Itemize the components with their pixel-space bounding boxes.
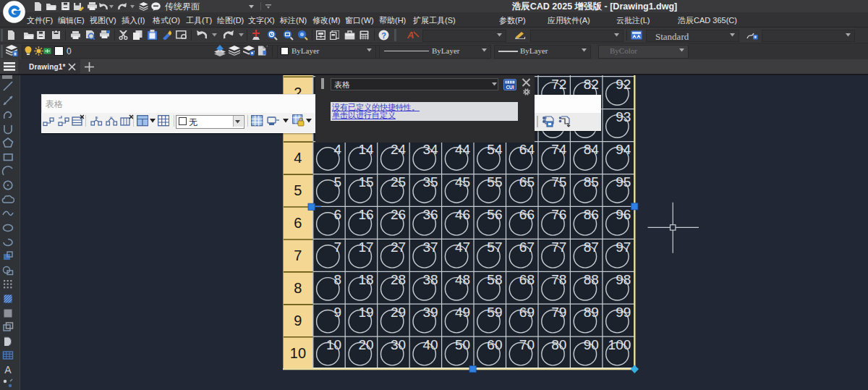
- svg-text:28: 28: [391, 272, 406, 287]
- svg-text:u: u: [110, 115, 112, 119]
- svg-text:15: 15: [359, 174, 374, 190]
- svg-text:97: 97: [616, 239, 631, 255]
- svg-text:6: 6: [294, 215, 302, 231]
- svg-text:19: 19: [359, 305, 374, 320]
- svg-text:’: ’: [267, 45, 268, 50]
- svg-text:?: ?: [381, 31, 386, 40]
- svg-text:55: 55: [487, 174, 502, 190]
- svg-text:24: 24: [391, 142, 407, 157]
- svg-text:77: 77: [551, 239, 566, 255]
- svg-text:38: 38: [422, 272, 438, 287]
- svg-text:64: 64: [519, 142, 535, 157]
- svg-text:5: 5: [334, 174, 342, 190]
- svg-text:45: 45: [455, 174, 470, 190]
- svg-text:58: 58: [487, 272, 502, 287]
- svg-text:35: 35: [422, 174, 438, 190]
- svg-text:96: 96: [616, 207, 631, 222]
- svg-text:75: 75: [551, 174, 566, 190]
- svg-text:47: 47: [455, 239, 470, 255]
- svg-text:u: u: [95, 115, 98, 119]
- svg-text:4: 4: [294, 150, 302, 166]
- svg-text:60: 60: [487, 337, 502, 352]
- svg-text:A: A: [4, 364, 12, 376]
- svg-text:88: 88: [584, 272, 599, 287]
- svg-text:8: 8: [334, 272, 342, 287]
- svg-text:25: 25: [391, 174, 406, 190]
- svg-text:85: 85: [584, 174, 599, 190]
- svg-text:95: 95: [616, 174, 631, 190]
- svg-text:90: 90: [584, 337, 599, 352]
- svg-text:16: 16: [359, 207, 374, 222]
- svg-text:5: 5: [294, 182, 302, 198]
- svg-text:68: 68: [519, 272, 535, 287]
- svg-text:67: 67: [519, 239, 535, 255]
- svg-text:98: 98: [616, 272, 631, 287]
- svg-text:9: 9: [334, 305, 342, 320]
- svg-text:8: 8: [294, 280, 302, 296]
- svg-text:94: 94: [616, 142, 631, 157]
- svg-text:56: 56: [487, 207, 502, 222]
- svg-text:78: 78: [551, 272, 566, 287]
- svg-text:CUI: CUI: [506, 85, 514, 90]
- svg-text:36: 36: [422, 207, 438, 222]
- svg-text:17: 17: [359, 239, 374, 255]
- svg-text:7: 7: [334, 239, 342, 255]
- svg-text:44: 44: [455, 142, 471, 157]
- svg-text:46: 46: [455, 207, 470, 222]
- svg-text:18: 18: [359, 272, 374, 287]
- svg-text:9: 9: [294, 313, 302, 328]
- svg-text:34: 34: [422, 142, 438, 157]
- svg-text:87: 87: [584, 239, 599, 255]
- svg-text:10: 10: [290, 345, 306, 361]
- svg-text:70: 70: [519, 337, 535, 352]
- svg-text:50: 50: [455, 337, 470, 352]
- svg-text:89: 89: [584, 305, 599, 320]
- svg-text:59: 59: [487, 305, 502, 320]
- svg-text:57: 57: [487, 239, 502, 255]
- svg-text:74: 74: [551, 142, 567, 157]
- svg-text:92: 92: [616, 77, 631, 92]
- svg-text:29: 29: [391, 305, 406, 320]
- svg-text:4: 4: [334, 142, 342, 157]
- svg-text:93: 93: [616, 109, 631, 124]
- svg-text:84: 84: [584, 142, 600, 157]
- svg-text:76: 76: [551, 207, 566, 222]
- svg-text:72: 72: [551, 77, 566, 92]
- svg-text:69: 69: [519, 305, 535, 320]
- svg-text:37: 37: [422, 239, 438, 255]
- svg-text:100: 100: [608, 337, 631, 352]
- svg-text:27: 27: [391, 239, 406, 255]
- svg-text:99: 99: [616, 305, 631, 320]
- svg-text:54: 54: [487, 142, 503, 157]
- svg-text:39: 39: [422, 305, 438, 320]
- svg-text:80: 80: [551, 337, 566, 352]
- svg-text:65: 65: [519, 174, 535, 190]
- svg-text:26: 26: [391, 207, 406, 222]
- svg-text:66: 66: [519, 207, 535, 222]
- svg-text:48: 48: [455, 272, 470, 287]
- svg-text:14: 14: [359, 142, 375, 157]
- svg-text:6: 6: [334, 207, 342, 222]
- svg-text:79: 79: [551, 305, 566, 320]
- svg-text:82: 82: [584, 77, 599, 92]
- svg-text:86: 86: [584, 207, 599, 222]
- svg-text:7: 7: [294, 247, 302, 263]
- svg-text:A: A: [407, 30, 414, 40]
- svg-text:20: 20: [359, 337, 374, 352]
- svg-text:40: 40: [422, 337, 438, 352]
- svg-text:10: 10: [326, 337, 341, 352]
- svg-text:49: 49: [455, 305, 470, 320]
- svg-text:30: 30: [391, 337, 406, 352]
